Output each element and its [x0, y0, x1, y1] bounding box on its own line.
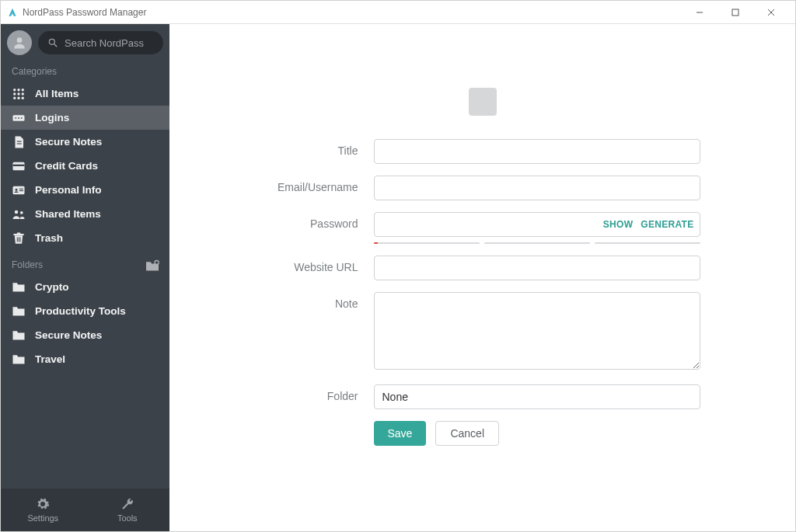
cancel-button[interactable]: Cancel: [435, 421, 499, 446]
sidebar-item-label: Trash: [35, 232, 63, 244]
tools-label: Tools: [117, 513, 138, 523]
password-strength-meter: [374, 242, 700, 244]
folder-icon: [12, 353, 26, 367]
title-label: Title: [265, 139, 374, 157]
sidebar-bottom: Settings Tools: [1, 489, 169, 531]
sidebar-item-logins[interactable]: Logins: [1, 106, 169, 130]
sidebar-item-label: Personal Info: [35, 184, 102, 196]
maximize-button[interactable]: [717, 1, 753, 24]
svg-rect-31: [17, 232, 21, 234]
folder-label: Secure Notes: [35, 329, 102, 341]
svg-point-7: [13, 89, 16, 91]
settings-label: Settings: [27, 513, 58, 523]
categories-label: Categories: [1, 58, 169, 82]
gear-icon: [36, 497, 50, 511]
generate-password-button[interactable]: GENERATE: [641, 219, 693, 230]
svg-rect-23: [13, 164, 25, 165]
folder-item-secure-notes[interactable]: Secure Notes: [1, 323, 169, 347]
svg-point-12: [22, 92, 24, 95]
svg-point-9: [22, 89, 24, 91]
minimize-button[interactable]: [682, 1, 717, 24]
search-placeholder: Search NordPass: [65, 37, 144, 49]
sidebar-item-label: Logins: [35, 112, 69, 123]
sidebar-item-all-items[interactable]: All Items: [1, 82, 169, 106]
svg-point-13: [13, 96, 16, 99]
window-title: NordPass Password Manager: [23, 7, 146, 18]
show-password-button[interactable]: SHOW: [603, 219, 634, 230]
svg-rect-37: [155, 262, 159, 263]
svg-rect-26: [19, 188, 23, 189]
folder-label: Productivity Tools: [35, 305, 126, 317]
note-field[interactable]: [374, 292, 700, 370]
save-button[interactable]: Save: [374, 421, 427, 446]
add-folder-button[interactable]: [145, 259, 159, 270]
settings-button[interactable]: Settings: [1, 489, 86, 531]
svg-point-8: [17, 89, 19, 91]
svg-rect-1: [732, 9, 738, 16]
sidebar-item-label: Credit Cards: [35, 160, 98, 172]
svg-point-10: [13, 92, 16, 95]
svg-point-18: [18, 117, 19, 119]
svg-point-29: [20, 210, 23, 214]
website-field[interactable]: [374, 256, 700, 280]
note-icon: [12, 135, 26, 149]
svg-rect-32: [17, 237, 18, 242]
id-icon: [12, 183, 26, 197]
svg-rect-34: [20, 237, 21, 242]
svg-point-15: [22, 96, 24, 99]
folders-label: Folders: [12, 259, 43, 270]
svg-rect-21: [17, 143, 22, 144]
sidebar-item-credit-cards[interactable]: Credit Cards: [1, 154, 169, 178]
website-label: Website URL: [265, 256, 374, 273]
svg-point-19: [21, 117, 23, 119]
svg-point-11: [17, 92, 19, 95]
folder-label: Folder: [265, 384, 374, 402]
username-field[interactable]: [374, 176, 700, 200]
folder-label: Travel: [35, 353, 65, 365]
sidebar-item-personal-info[interactable]: Personal Info: [1, 178, 169, 202]
svg-point-25: [16, 188, 18, 190]
trash-icon: [12, 231, 26, 245]
title-field[interactable]: [374, 139, 700, 164]
sidebar-item-trash[interactable]: Trash: [1, 226, 169, 250]
shared-icon: [12, 207, 26, 221]
note-label: Note: [265, 292, 374, 310]
sidebar-item-label: Shared Items: [35, 208, 101, 220]
svg-rect-20: [17, 141, 22, 141]
svg-point-4: [17, 37, 23, 43]
item-thumbnail: [469, 88, 497, 116]
svg-point-28: [15, 210, 19, 214]
grid-icon: [12, 87, 26, 101]
folder-item-productivity[interactable]: Productivity Tools: [1, 299, 169, 323]
svg-point-17: [15, 117, 16, 119]
sidebar: Search NordPass Categories All Items Log…: [1, 24, 169, 531]
svg-rect-33: [19, 237, 19, 242]
folder-icon: [12, 329, 26, 342]
password-label: Password: [265, 212, 374, 230]
avatar[interactable]: [7, 30, 32, 55]
tools-button[interactable]: Tools: [86, 489, 170, 531]
password-icon: [12, 111, 26, 125]
sidebar-item-label: Secure Notes: [35, 136, 102, 148]
folder-item-crypto[interactable]: Crypto: [1, 275, 169, 299]
sidebar-item-secure-notes[interactable]: Secure Notes: [1, 130, 169, 154]
app-icon: [7, 7, 18, 18]
sidebar-item-label: All Items: [35, 88, 79, 99]
svg-point-14: [17, 96, 19, 99]
card-icon: [12, 159, 26, 173]
folder-icon: [12, 304, 26, 318]
svg-line-6: [54, 44, 58, 47]
folder-item-travel[interactable]: Travel: [1, 347, 169, 371]
app-window: NordPass Password Manager Search NordPas…: [0, 0, 796, 532]
search-input[interactable]: Search NordPass: [38, 31, 163, 54]
folder-icon: [12, 280, 26, 294]
wrench-icon: [120, 497, 134, 511]
close-button[interactable]: [753, 1, 789, 24]
sidebar-item-shared-items[interactable]: Shared Items: [1, 202, 169, 226]
svg-point-5: [49, 39, 54, 44]
svg-rect-27: [19, 190, 23, 191]
main-content: Title Email/Username Password SHOW: [169, 24, 795, 531]
search-icon: [47, 37, 58, 48]
folder-label: Crypto: [35, 281, 69, 293]
folder-select[interactable]: None: [374, 384, 700, 409]
